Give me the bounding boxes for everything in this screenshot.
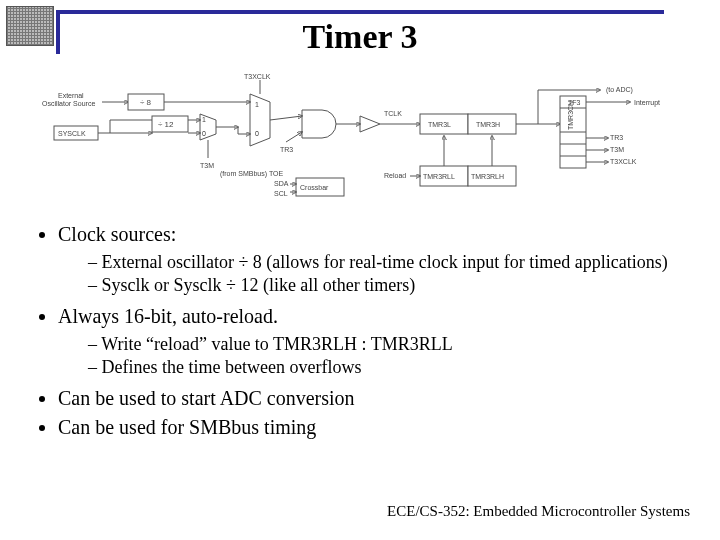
bullet-smbus: Can be used for SMBbus timing	[58, 415, 690, 440]
crossbar-label: Crossbar	[300, 184, 329, 191]
mux-big-0: 0	[255, 130, 259, 137]
bullet-clock-sources: Clock sources: External oscillator ÷ 8 (…	[58, 222, 690, 296]
bullet-adc: Can be used to start ADC conversion	[58, 386, 690, 411]
mux-small-1: 1	[202, 116, 206, 123]
page-title: Timer 3	[0, 18, 720, 56]
subbullet: Defines the time between overflows	[88, 356, 690, 379]
t3xclk-label: T3XCLK	[244, 73, 271, 80]
tr3-gate-label: TR3	[280, 146, 293, 153]
crossbar-scl: SCL	[274, 190, 288, 197]
slide-body: Clock sources: External oscillator ÷ 8 (…	[30, 222, 690, 444]
reload-label: Reload	[384, 172, 406, 179]
mux-big	[250, 94, 270, 146]
t3m-label: T3M	[200, 162, 214, 169]
tmr3cn-label: TMR3CN	[567, 101, 574, 130]
and-gate	[302, 110, 336, 138]
ctrl-t3xclk: T3XCLK	[610, 158, 637, 165]
subbullet: External oscillator ÷ 8 (allows for real…	[88, 251, 690, 274]
tmr3rlh-label: TMR3RLH	[471, 173, 504, 180]
mux-small-0: 0	[202, 130, 206, 137]
to-adc-label: (to ADC)	[606, 86, 633, 94]
div12-label: ÷ 12	[158, 120, 174, 129]
wire	[270, 116, 302, 120]
slide-footer: ECE/CS-352: Embedded Microcontroller Sys…	[387, 503, 690, 520]
tmr3rll-label: TMR3RLL	[423, 173, 455, 180]
ctrl-tr3: TR3	[610, 134, 623, 141]
tclk-buffer	[360, 116, 380, 132]
tclk-label: TCLK	[384, 110, 402, 117]
tmr3l-label: TMR3L	[428, 121, 451, 128]
sysclk-label: SYSCLK	[58, 130, 86, 137]
interrupt-label: Interrupt	[634, 99, 660, 107]
ctrl-t3m: T3M	[610, 146, 624, 153]
div8-label: ÷ 8	[140, 98, 152, 107]
wire	[286, 132, 302, 142]
bullet-text: Always 16-bit, auto-reload.	[58, 305, 278, 327]
ext-osc-label: External Oscillator Source	[42, 92, 95, 107]
subbullet: Write “reload” value to TMR3RLH : TMR3RL…	[88, 333, 690, 356]
mux-big-1: 1	[255, 101, 259, 108]
crossbar-sda: SDA	[274, 180, 289, 187]
bullet-16bit: Always 16-bit, auto-reload. Write “reloa…	[58, 304, 690, 378]
timer3-block-diagram: External Oscillator Source ÷ 8 SYSCLK ÷ …	[40, 72, 680, 212]
subbullet: Sysclk or Sysclk ÷ 12 (like all other ti…	[88, 274, 690, 297]
tmr3h-label: TMR3H	[476, 121, 500, 128]
bullet-text: Clock sources:	[58, 223, 176, 245]
crossbar-note: (from SMBbus) TOE	[220, 170, 283, 178]
rule-top	[56, 10, 664, 14]
